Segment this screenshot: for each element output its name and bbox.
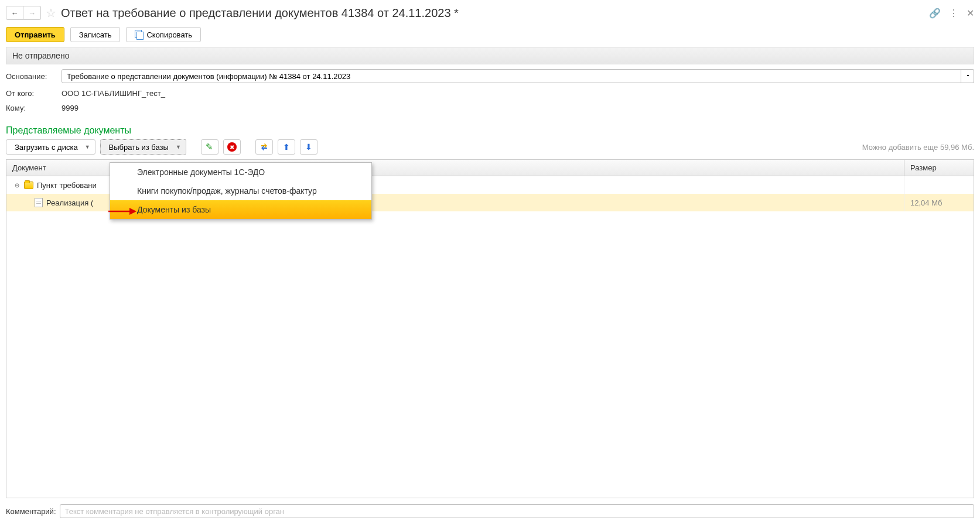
copy-button-label: Скопировать: [146, 30, 192, 39]
row-label: Реализация (: [46, 198, 93, 207]
row-size: 12,04 Мб: [904, 198, 974, 207]
select-from-db-dropdown: Электронные документы 1С-ЭДО Книги покуп…: [110, 162, 372, 220]
folder-icon: [24, 181, 33, 189]
favorite-star-icon[interactable]: ☆: [46, 7, 56, 19]
send-button[interactable]: Отправить: [6, 27, 64, 42]
col-size-header[interactable]: Размер: [904, 163, 974, 172]
to-value: 9999: [62, 104, 78, 112]
swap-button[interactable]: [255, 139, 273, 155]
move-down-button[interactable]: [300, 139, 317, 155]
load-from-disk-label: Загрузить с диска: [15, 143, 78, 152]
close-icon[interactable]: ✕: [967, 8, 974, 19]
status-bar: Не отправлено: [6, 47, 974, 64]
select-from-db-button[interactable]: Выбрать из базы ▼: [100, 139, 186, 155]
document-icon: [35, 198, 43, 207]
comment-label: Комментарий:: [6, 507, 56, 516]
row-label: Пункт требовани: [37, 181, 97, 190]
move-up-button[interactable]: [278, 139, 295, 155]
basis-lookup-button[interactable]: ···: [961, 69, 974, 83]
link-icon[interactable]: 🔗: [929, 8, 941, 19]
to-label: Кому:: [6, 104, 62, 112]
chevron-down-icon: ▼: [85, 144, 90, 150]
more-icon[interactable]: ⋮: [949, 8, 958, 19]
nav-forward-button[interactable]: →: [23, 6, 41, 20]
dropdown-item-books[interactable]: Книги покупок/продаж, журналы счетов-фак…: [110, 181, 371, 200]
select-from-db-label: Выбрать из базы: [109, 143, 169, 152]
nav-back-button[interactable]: ←: [6, 6, 23, 20]
dropdown-item-docs-from-db[interactable]: Документы из базы: [110, 200, 371, 219]
edit-button[interactable]: [201, 139, 218, 155]
from-value: ООО 1С-ПАБЛИШИНГ_тест_: [62, 89, 165, 98]
copy-button[interactable]: Скопировать: [126, 27, 201, 42]
window-title: Ответ на требование о представлении доку…: [61, 6, 929, 20]
dropdown-item-edo[interactable]: Электронные документы 1С-ЭДО: [110, 163, 371, 181]
load-from-disk-button[interactable]: Загрузить с диска ▼: [6, 139, 95, 155]
chevron-down-icon: ▼: [176, 144, 181, 150]
tree-collapse-icon[interactable]: ⊖: [13, 181, 21, 189]
save-button[interactable]: Записать: [70, 27, 121, 42]
delete-button[interactable]: [223, 139, 241, 155]
copy-icon: [135, 30, 143, 39]
quota-label: Можно добавить еще 59,96 Мб.: [862, 143, 974, 152]
from-label: От кого:: [6, 89, 62, 98]
comment-input[interactable]: [60, 504, 975, 518]
basis-label: Основание:: [6, 72, 62, 81]
basis-input[interactable]: [62, 69, 961, 83]
documents-section-heading: Представляемые документы: [0, 123, 980, 139]
